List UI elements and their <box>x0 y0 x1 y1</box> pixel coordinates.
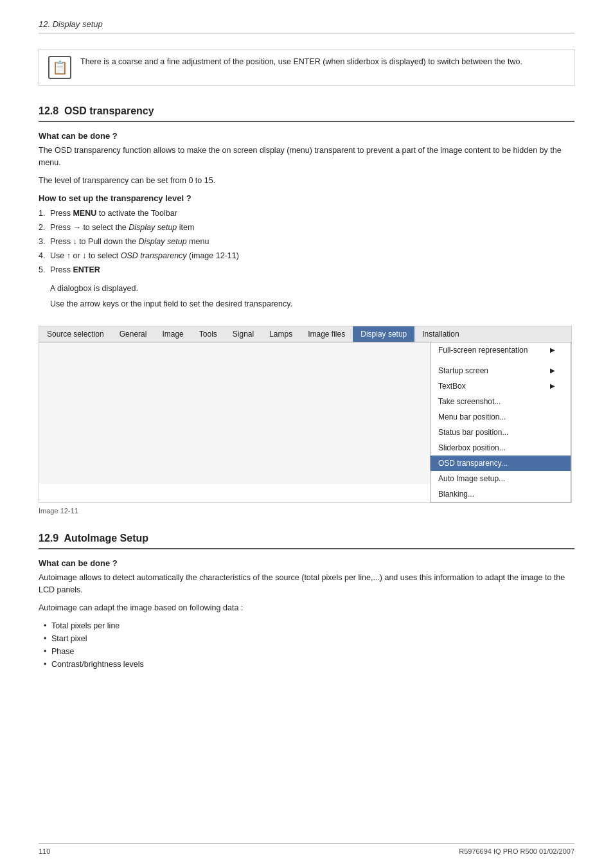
section-osd: 12.8 OSD transparency What can be done ?… <box>39 105 574 515</box>
step5a-text: A dialogbox is displayed. <box>39 283 574 295</box>
dropdown-startup-screen: Startup screen ▶ <box>431 363 571 378</box>
section-autoimage-heading: 12.9 AutoImage Setup <box>39 533 574 549</box>
autoimage-text-2: Autoimage can adapt the image based on f… <box>39 602 574 614</box>
menu-screenshot: Source selection General Image Tools Sig… <box>39 326 572 503</box>
how-to-heading: How to set up the transparency level ? <box>39 193 574 203</box>
bullet-start-pixel: Start pixel <box>39 632 574 645</box>
autoimage-text-1: Autoimage allows to detect automatically… <box>39 572 574 597</box>
step-2: 2. Press → to select the Display setup i… <box>39 221 574 234</box>
menu-dropdown: Full-screen representation ▶ Startup scr… <box>430 342 571 502</box>
menu-bar-image: Image <box>154 326 191 342</box>
autoimage-what-heading: What can be done ? <box>39 558 574 568</box>
menu-bar-source-selection: Source selection <box>39 326 112 342</box>
dropdown-status-bar-position: Status bar position... <box>431 425 571 440</box>
arrow-icon: ▶ <box>550 382 555 389</box>
menu-bar-image-files: Image files <box>300 326 353 342</box>
bullet-total-pixels: Total pixels per line <box>39 619 574 632</box>
dropdown-textbox: TextBox ▶ <box>431 378 571 394</box>
what-text-2: The level of transparency can be set fro… <box>39 175 574 187</box>
steps-list: 1. Press MENU to activate the Toolbar 2.… <box>39 207 574 276</box>
menu-area: Full-screen representation ▶ Startup scr… <box>39 342 571 502</box>
menu-bar-tools: Tools <box>191 326 225 342</box>
dropdown-sliderbox-position: Sliderbox position... <box>431 440 571 456</box>
dropdown-osd-transparency: OSD transparency... <box>431 456 571 471</box>
page-number: 110 <box>39 847 50 855</box>
dropdown-full-screen: Full-screen representation ▶ <box>431 342 571 358</box>
dropdown-menu-bar-position: Menu bar position... <box>431 409 571 425</box>
menu-bar-installation: Installation <box>414 326 466 342</box>
page-footer: 110 R5976694 IQ PRO R500 01/02/2007 <box>39 843 574 855</box>
dropdown-take-screenshot: Take screenshot... <box>431 394 571 409</box>
step-3: 3. Press ↓ to Pull down the Display setu… <box>39 235 574 248</box>
doc-info: R5976694 IQ PRO R500 01/02/2007 <box>459 847 574 855</box>
menu-bar-signal: Signal <box>225 326 262 342</box>
note-icon: 📋 <box>48 56 71 79</box>
section-autoimage: 12.9 AutoImage Setup What can be done ? … <box>39 533 574 671</box>
dropdown-blanking: Blanking... <box>431 486 571 502</box>
menu-bar-general: General <box>112 326 155 342</box>
note-box: 📋 There is a coarse and a fine adjustmen… <box>39 49 574 86</box>
image-caption: Image 12-11 <box>39 507 574 515</box>
menu-content-area <box>39 342 430 484</box>
note-text: There is a coarse and a fine adjustment … <box>80 56 522 68</box>
arrow-icon: ▶ <box>550 367 555 374</box>
page-header-title: 12. Display setup <box>39 19 103 29</box>
page-header: 12. Display setup <box>39 19 574 33</box>
section-osd-heading: 12.8 OSD transparency <box>39 105 574 122</box>
step-4: 4. Use ↑ or ↓ to select OSD transparency… <box>39 249 574 262</box>
menu-bar: Source selection General Image Tools Sig… <box>39 326 571 342</box>
bullet-contrast: Contrast/brightness levels <box>39 658 574 671</box>
step-5: 5. Press ENTER <box>39 263 574 276</box>
step5b-text: Use the arrow keys or the input field to… <box>39 298 574 310</box>
step-1: 1. Press MENU to activate the Toolbar <box>39 207 574 220</box>
dropdown-divider <box>431 358 571 363</box>
page: 12. Display setup 📋 There is a coarse an… <box>0 0 613 868</box>
menu-bar-display-setup: Display setup <box>353 326 414 342</box>
arrow-icon: ▶ <box>550 346 555 353</box>
what-can-be-done-heading: What can be done ? <box>39 131 574 141</box>
autoimage-bullet-list: Total pixels per line Start pixel Phase … <box>39 619 574 671</box>
what-text-1: The OSD transparency function allows to … <box>39 145 574 170</box>
menu-bar-lamps: Lamps <box>262 326 300 342</box>
dropdown-auto-image-setup: Auto Image setup... <box>431 471 571 486</box>
bullet-phase: Phase <box>39 645 574 658</box>
